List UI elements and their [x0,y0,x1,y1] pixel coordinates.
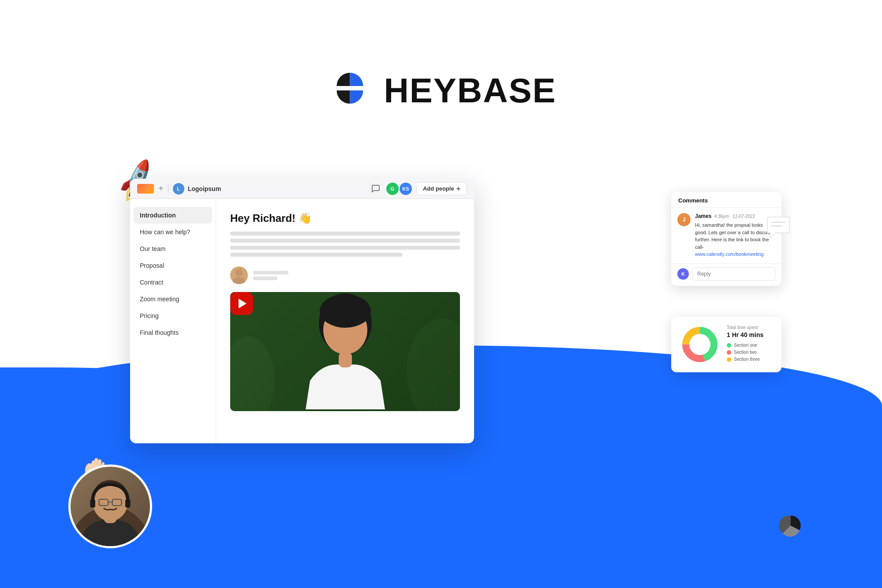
sidebar-item-our-team[interactable]: Our team [130,240,216,257]
sidebar-item-contract[interactable]: Contract [130,274,216,291]
legend-item-1: Section one [727,343,773,348]
legend-dot-1 [727,343,731,348]
add-people-label: Add people [423,185,454,192]
commenter-avatar: J [677,213,691,226]
comment-meta: James 4:36pm · 12-07-2022 [695,213,775,219]
svg-point-0 [235,269,243,276]
toolbar-logo-badge: L Logoipsum [173,183,221,195]
legend-item-3: Section three [727,357,773,362]
reply-area: K [671,263,781,286]
comment-link[interactable]: www.calendly.com/bookmeeting [695,251,764,257]
sidebar-item-zoom-meeting[interactable]: Zoom meeting [130,291,216,307]
text-line-3 [230,246,460,250]
svg-rect-23 [125,499,130,508]
text-line-1 [230,232,460,236]
reply-input[interactable] [692,267,775,281]
sidebar-item-introduction[interactable]: Introduction [134,207,212,224]
avatar-blue: KS [400,183,412,195]
legend-dot-2 [727,350,731,355]
person-name-line [253,271,288,274]
toolbar-icons: G KS Add people + [370,182,467,195]
mini-pie-decoration [778,513,803,539]
comment-top: J James 4:36pm · 12-07-2022 Hi, samantha… [677,213,775,258]
toolbar-divider [168,184,168,193]
toolbar-site-name: Logoipsum [188,185,221,192]
toolbar-tabs [137,184,154,194]
comment-time: 4:36pm · 12-07-2022 [714,214,755,219]
reply-avatar: K [677,268,689,280]
chart-total: 1 Hr 40 mins [727,331,773,338]
sidebar-item-final-thoughts[interactable]: Final thoughts [130,324,216,341]
person-lines [253,271,288,280]
main-content: Hey Richard! 👋 [216,199,474,443]
chart-panel: Total time spent: 1 Hr 40 mins Section o… [671,317,781,372]
comment-icon[interactable] [370,183,382,195]
logo-icon [325,68,374,112]
person-row [230,266,460,284]
commenter-name: James [695,213,711,219]
svg-point-8 [320,294,371,328]
sidebar-item-proposal[interactable]: Proposal [130,257,216,274]
toolbar-logo-circle: L [173,183,184,195]
chat-bubble-decoration [765,216,792,242]
chart-title: Total time spent: [727,325,773,330]
logo-area: HEYBASE [325,68,556,112]
main-heading: Hey Richard! 👋 [230,212,460,225]
svg-rect-9 [339,352,352,367]
browser-toolbar: + L Logoipsum G KS Add people + [130,179,474,199]
sidebar: Introduction How can we help? Our team P… [130,199,216,443]
browser-window: + L Logoipsum G KS Add people + Introd [130,179,474,443]
video-area[interactable] [230,292,460,411]
sidebar-item-how-can-we-help[interactable]: How can we help? [130,224,216,240]
svg-rect-22 [90,499,95,508]
add-people-plus-icon: + [456,185,460,193]
add-tab-button[interactable]: + [158,184,164,194]
avatar-green: G [386,183,399,195]
app-name: HEYBASE [384,71,556,111]
text-line-2 [230,239,460,243]
person-avatar [230,266,248,284]
comments-header: Comments [671,192,781,208]
person-role-line [253,277,277,280]
text-lines [230,232,460,257]
donut-chart [680,325,720,364]
play-button[interactable] [230,292,253,315]
man-avatar [68,464,152,548]
browser-content: Introduction How can we help? Our team P… [130,199,474,443]
svg-point-15 [690,335,710,354]
tab-stripe [137,184,154,194]
legend-dot-3 [727,357,731,362]
play-icon [239,299,247,308]
text-line-4 [230,253,403,257]
legend-item-2: Section two [727,350,773,355]
add-people-button[interactable]: Add people + [416,182,467,195]
comment-body: James 4:36pm · 12-07-2022 Hi, samantha! … [695,213,775,258]
svg-point-1 [233,277,245,284]
video-overlay [230,292,460,411]
chart-right: Total time spent: 1 Hr 40 mins Section o… [727,325,773,364]
comment-text: Hi, samantha! the propsal looks good. Le… [695,221,775,258]
sidebar-item-pricing[interactable]: Pricing [130,307,216,324]
chart-content: Total time spent: 1 Hr 40 mins Section o… [680,325,773,364]
